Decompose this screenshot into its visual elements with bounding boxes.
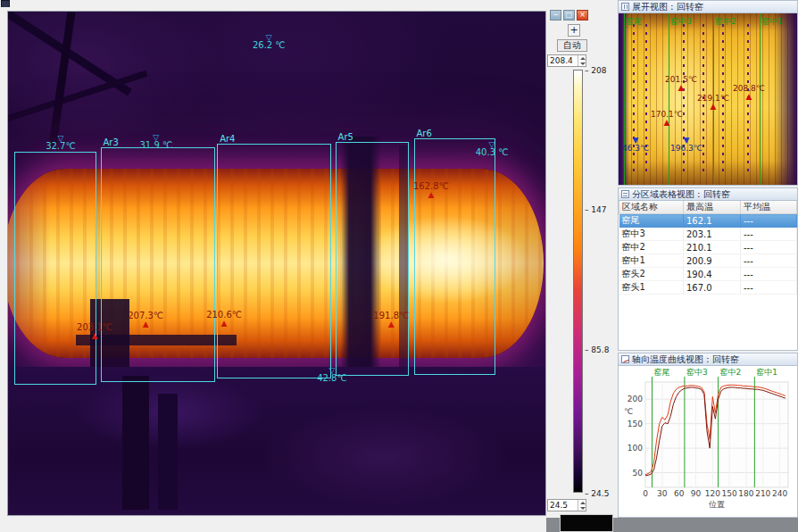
table-row[interactable]: 窑尾162.1--- [619,214,797,228]
curve-chart-panel-header: 轴向温度曲线视图：回转窑 [619,353,797,366]
max-temp-cell: 200.9 [684,254,741,268]
region-table-panel-title: 分区域表格视图：回转窑 [632,188,730,201]
temp-label: 32.7℃ [46,141,76,151]
taskbar-popup[interactable] [560,514,613,532]
table-row[interactable]: 窑头1167.0--- [619,281,797,295]
column-header[interactable]: 平均温 [741,201,797,214]
temperature-curve-chart: 501001502000306090120150180210240窑尾窑中3窑中… [619,366,797,517]
min-temp-annotation: ▽31.9 ℃ [139,134,172,150]
up-triangle-marker-icon: ▲ [665,84,697,91]
min-temp-annotation: ▽42.8℃ [317,367,347,383]
y-tick-label: 100 [628,444,643,453]
section-divider-line [669,13,669,185]
y-tick-label: 200 [628,395,643,403]
panorama-panel-header: 展开视图：回转窑 [619,1,797,13]
spinner-arrows[interactable] [578,55,586,66]
region-label: Ar3 [104,137,119,147]
scale-max-value: 208.4 [548,55,578,66]
region-name-cell: 窑中3 [619,228,684,241]
min-temp-annotation: ▽32.7℃ [46,135,76,151]
max-temp-annotation: 219.1℃▲ [697,94,729,110]
region-label: Ar4 [220,134,235,144]
x-tick-label: 120 [705,489,720,498]
section-label: 窑中1 [761,16,783,28]
avg-temp-cell: --- [741,241,797,254]
measure-region-box[interactable]: Ar3 [101,147,216,381]
region-name-cell: 窑头1 [619,281,684,295]
avg-temp-cell: --- [741,228,797,241]
region-table-panel: 分区域表格视图：回转窑 区域名称最高温平均温 窑尾162.1---窑中3203.… [618,187,798,351]
x-tick-label: 150 [722,489,737,498]
up-triangle-marker-icon: ▲ [733,93,765,100]
spinner-arrows[interactable] [578,500,586,511]
section-label: 窑尾 [626,16,642,28]
max-temp-cell: 190.4 [684,268,741,281]
window-buttons: − □ × [550,10,588,21]
min-temp-annotation: ▼196.3℃ [670,137,702,153]
table-row[interactable]: 窑中2210.1--- [619,241,797,254]
max-temp-annotation: 162.8℃▲ [413,182,449,198]
table-row[interactable]: 窑中3203.1--- [619,228,797,241]
measure-region-box[interactable] [14,152,96,385]
y-tick-label: 150 [628,420,643,428]
temp-label: 191.8℃ [373,311,409,320]
column-header[interactable]: 最高温 [684,201,741,214]
thermal-image[interactable]: Ar3Ar4Ar5Ar6▽26.2 ℃▽32.7℃▽31.9 ℃▽40.3 ℃▽… [7,11,546,516]
auto-scale-button[interactable]: 自动 [557,39,587,52]
down-triangle-marker-icon: ▼ [670,137,702,144]
avg-temp-cell: --- [741,281,797,295]
up-triangle-marker-icon: ▲ [373,320,409,328]
thermal-viewer-window: Ar3Ar4Ar5Ar6▽26.2 ℃▽32.7℃▽31.9 ℃▽40.3 ℃▽… [0,7,605,518]
table-row[interactable]: 窑头2190.4--- [619,268,797,281]
y-tick-label: 50 [633,469,644,478]
temp-label: 196.3℃ [670,144,702,153]
x-tick-label: 90 [691,489,702,498]
measure-region-box[interactable]: Ar6 [414,138,496,375]
x-axis-label: 位置 [709,500,725,509]
min-temp-annotation: ▽40.3 ℃ [476,141,509,157]
zoom-in-button[interactable]: + [568,24,580,37]
max-temp-annotation: 170.1℃▲ [651,110,683,126]
chart-plot-area [645,382,788,487]
spin-down-icon[interactable] [578,505,586,511]
avg-temp-cell: --- [741,254,797,268]
up-triangle-marker-icon: ▲ [77,332,112,339]
scale-max-spinbox[interactable]: 208.4 [547,54,586,67]
scale-min-spinbox[interactable]: 24.5 [547,499,586,511]
colorbar-ticks: – 208– 147– 85.8– 24.5 [585,70,605,493]
colorbar-tick-label: – 208 [585,66,607,75]
table-row[interactable]: 窑中1200.9--- [619,254,797,268]
measure-region-box[interactable]: Ar5 [336,142,409,377]
curve-chart-panel-title: 轴向温度曲线视图：回转窑 [632,353,739,366]
temperature-colorbar [573,70,583,493]
x-tick-label: 60 [674,489,685,498]
section-label: 窑中2 [715,16,736,28]
y-axis-unit-label: ℃ [624,407,633,416]
up-triangle-marker-icon: ▲ [413,191,449,198]
max-temp-annotation: 210.6℃▲ [206,311,242,327]
region-name-cell: 窑尾 [619,214,684,228]
section-divider-line [624,13,625,185]
scale-min-value: 24.5 [548,500,578,511]
panorama-canvas[interactable]: 窑尾窑中3窑中2窑中1201.5℃▲219.1℃▲208.8℃▲170.1℃▲▼… [619,13,797,185]
temp-label: 26.2 ℃ [253,40,286,50]
measure-region-box[interactable]: Ar4 [217,144,331,378]
curve-chart-panel: 轴向温度曲线视图：回转窑 501001502000306090120150180… [618,353,798,518]
x-tick-label: 210 [755,489,770,498]
colorbar-tick-label: – 147 [585,205,607,214]
min-temp-annotation: ▼46.3℃ [622,137,649,153]
maximize-button[interactable]: □ [563,10,575,21]
column-header[interactable]: 区域名称 [619,201,684,214]
x-tick-label: 180 [738,489,753,498]
temp-label: 40.3 ℃ [476,147,509,157]
region-table-panel-header: 分区域表格视图：回转窑 [619,188,797,201]
section-label: 窑尾 [654,368,670,377]
minimize-button[interactable]: − [550,10,561,21]
table-panel-icon [621,190,629,198]
chart-panel-icon [621,355,629,363]
region-label: Ar5 [338,132,353,142]
max-temp-annotation: 201.5℃▲ [665,75,697,91]
section-label: 窑中3 [670,16,692,28]
up-triangle-marker-icon: ▲ [128,320,163,328]
close-button[interactable]: × [577,10,588,21]
